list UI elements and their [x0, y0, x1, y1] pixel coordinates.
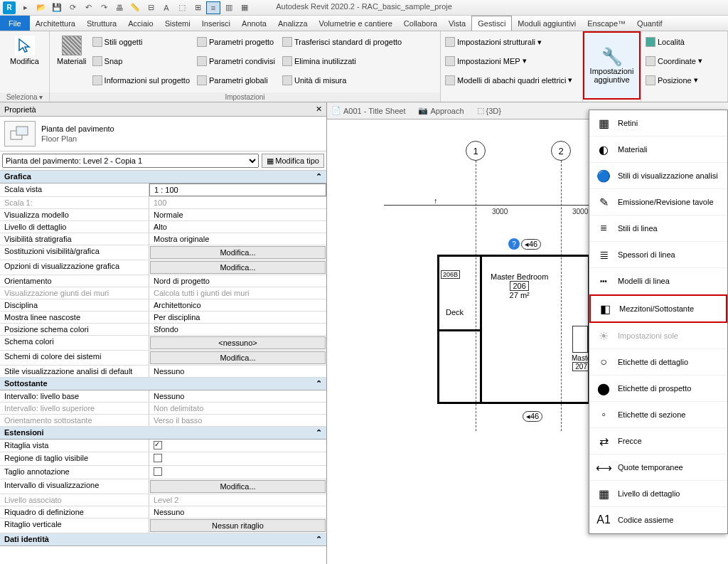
menu-annota[interactable]: Annota — [236, 16, 272, 31]
group-header[interactable]: Sottostante⌃ — [0, 378, 326, 390]
qat-switch-icon[interactable]: ▦ — [237, 1, 252, 14]
qat-3d-icon[interactable]: ⬚ — [175, 1, 189, 14]
dropdown-item[interactable]: ⟷Quote temporanee — [589, 454, 727, 481]
qat-undo-icon[interactable]: ↶ — [81, 1, 95, 14]
prop-row[interactable]: Scala 1:100 — [0, 197, 326, 209]
info-progetto-button[interactable]: Informazioni sul progetto — [91, 75, 191, 86]
prop-row[interactable]: Visualizzazione giunti dei muriCalcola t… — [0, 287, 326, 299]
posizione-button[interactable]: Posizione ▾ — [644, 75, 724, 86]
view-tab-approach[interactable]: 📷Approach — [418, 106, 464, 115]
dropdown-item[interactable]: ○Etichette di dettaglio — [589, 349, 727, 376]
stili-oggetti-button[interactable]: Stili oggetti — [91, 36, 191, 48]
elev-tag[interactable]: ◂46 — [521, 239, 541, 250]
prop-row[interactable]: Intervallo: livello superioreNon delimit… — [0, 403, 326, 415]
dropdown-item[interactable]: ◧Mezzitoni/Sottostante — [589, 294, 727, 323]
prop-row[interactable]: Sostituzioni visibilità/graficaModifica.… — [0, 245, 326, 260]
localita-button[interactable]: Località — [644, 36, 724, 48]
prop-row[interactable]: Ritaglio verticaleNessun ritaglio — [0, 518, 326, 533]
prop-row[interactable]: Taglio annotazione — [0, 466, 326, 479]
dropdown-item[interactable]: ⇄Frecce — [589, 428, 727, 454]
dropdown-item[interactable]: ┅Modelli di linea — [589, 268, 727, 294]
prop-row[interactable]: Orientamento sottostanteVerso il basso — [0, 415, 326, 427]
grid-bubble-1[interactable]: 1 — [466, 141, 486, 161]
view-tab-3d[interactable]: ⬚{3D} — [477, 106, 501, 115]
elimina-button[interactable]: Elimina inutilizzati — [281, 55, 403, 67]
qat-thinlines-icon[interactable]: ≡ — [206, 1, 220, 14]
dropdown-item[interactable]: ≡Stili di linea — [589, 216, 727, 242]
prop-row[interactable]: OrientamentoNord di progetto — [0, 275, 326, 287]
view-tab-titlesheet[interactable]: 📄A001 - Title Sheet — [331, 106, 405, 115]
param-condivisi-button[interactable]: Parametri condivisi — [196, 55, 277, 67]
modifica-button[interactable]: Modifica — [3, 33, 46, 68]
param-progetto-button[interactable]: Parametri progetto — [196, 36, 277, 48]
prop-row[interactable]: Livello associatoLevel 2 — [0, 494, 326, 506]
close-properties-icon[interactable]: ✕ — [316, 105, 322, 114]
door-tag[interactable]: 206B — [441, 270, 460, 279]
qat-open-icon[interactable]: ▸ — [18, 1, 33, 14]
dropdown-item[interactable]: ▦Livello di dettaglio — [589, 481, 727, 507]
prop-row[interactable]: Regione di taglio visibile — [0, 452, 326, 466]
unita-button[interactable]: Unità di misura — [281, 75, 403, 86]
prop-row[interactable]: Intervallo di visualizzazioneModifica... — [0, 479, 326, 494]
type-preview-icon[interactable] — [4, 121, 36, 147]
menu-architettura[interactable]: Architettura — [30, 16, 81, 31]
prop-row[interactable]: Stile visualizzazione analisi di default… — [0, 366, 326, 378]
menu-analizza[interactable]: Analizza — [272, 16, 314, 31]
prop-row[interactable]: Posizione schema coloriSfondo — [0, 324, 326, 336]
menu-collabora[interactable]: Collabora — [398, 16, 443, 31]
dropdown-item[interactable]: ▦Retini — [589, 110, 727, 137]
prop-row[interactable]: Visibilità stratigrafiaMostra originale — [0, 233, 326, 245]
qat-redo-icon[interactable]: ↷ — [97, 1, 111, 14]
qat-measure-icon[interactable]: 📏 — [128, 1, 142, 14]
menu-gestisci[interactable]: Gestisci — [471, 16, 512, 31]
menu-sistemi[interactable]: Sistemi — [159, 16, 196, 31]
prop-row[interactable]: Mostra linee nascostePer disciplina — [0, 312, 326, 324]
menu-inserisci[interactable]: Inserisci — [196, 16, 236, 31]
dropdown-item[interactable]: ◦Etichette di sezione — [589, 402, 727, 428]
qat-save-icon[interactable]: 💾 — [50, 1, 64, 14]
qat-open-file-icon[interactable]: 📂 — [34, 1, 48, 14]
dropdown-item[interactable]: A1Codice assieme — [589, 507, 727, 533]
menu-volumetrie[interactable]: Volumetrie e cantiere — [314, 16, 398, 31]
qat-print-icon[interactable]: 🖶 — [112, 1, 127, 14]
prop-row[interactable]: Ritaglia vista — [0, 440, 326, 452]
menu-quantif[interactable]: Quantif — [631, 16, 668, 31]
dropdown-item[interactable]: ≣Spessori di linea — [589, 242, 727, 268]
dropdown-item[interactable]: ⬤Etichette di prospetto — [589, 376, 727, 402]
elev-tag-bottom[interactable]: ◂46 — [523, 411, 542, 422]
qat-section-icon[interactable]: ⊞ — [191, 1, 205, 14]
group-header[interactable]: Grafica⌃ — [0, 171, 326, 183]
prop-row[interactable]: Schema colori<nessuno> — [0, 336, 326, 351]
prop-row[interactable]: Schemi di colore dei sistemiModifica... — [0, 351, 326, 366]
group-header[interactable]: Dati identità⌃ — [0, 533, 326, 546]
trasf-standard-button[interactable]: Trasferisci standard di progetto — [281, 36, 403, 48]
menu-enscape[interactable]: Enscape™ — [582, 16, 631, 31]
qat-text-icon[interactable]: A — [159, 1, 173, 14]
qat-close-hidden-icon[interactable]: ▥ — [222, 1, 236, 14]
param-globali-button[interactable]: Parametri globali — [196, 75, 277, 86]
grid-bubble-2[interactable]: 2 — [551, 141, 571, 161]
help-icon[interactable]: ? — [508, 238, 520, 250]
prop-row[interactable]: Livello di dettaglioAlto — [0, 221, 326, 233]
instance-selector[interactable]: Pianta del pavimento: Level 2 - Copia 1 — [2, 154, 259, 168]
qat-align-icon[interactable]: ⊟ — [144, 1, 158, 14]
coordinate-button[interactable]: Coordinate ▾ — [644, 55, 724, 67]
dropdown-item[interactable]: ◐Materiali — [589, 137, 727, 163]
dropdown-item[interactable]: ☀Impostazioni sole — [589, 323, 727, 349]
materiali-button[interactable]: Materiali — [53, 33, 91, 90]
prop-row[interactable]: DisciplinaArchitettonico — [0, 299, 326, 312]
prop-row[interactable]: Intervallo: livello baseNessuno — [0, 390, 326, 403]
qat-sync-icon[interactable]: ⟳ — [65, 1, 80, 14]
imp-strutturali-button[interactable]: Impostazioni strutturali ▾ — [444, 36, 579, 48]
snap-button[interactable]: Snap — [91, 55, 191, 67]
group-header[interactable]: Estensioni⌃ — [0, 427, 326, 440]
prop-row[interactable]: Scala vista1 : 100 — [0, 183, 326, 197]
impostazioni-aggiuntive-button[interactable]: 🔧 Impostazioni aggiuntive — [583, 31, 641, 100]
menu-acciaio[interactable]: Acciaio — [122, 16, 159, 31]
menu-vista[interactable]: Vista — [443, 16, 471, 31]
file-menu[interactable]: File — [0, 16, 30, 31]
dropdown-item[interactable]: ✎Emissione/Revisione tavole — [589, 189, 727, 216]
dropdown-item[interactable]: 🔵Stili di visualizzazione analisi — [589, 163, 727, 189]
menu-struttura[interactable]: Struttura — [81, 16, 122, 31]
modelli-abachi-button[interactable]: Modelli di abachi quadri elettrici ▾ — [444, 75, 579, 86]
